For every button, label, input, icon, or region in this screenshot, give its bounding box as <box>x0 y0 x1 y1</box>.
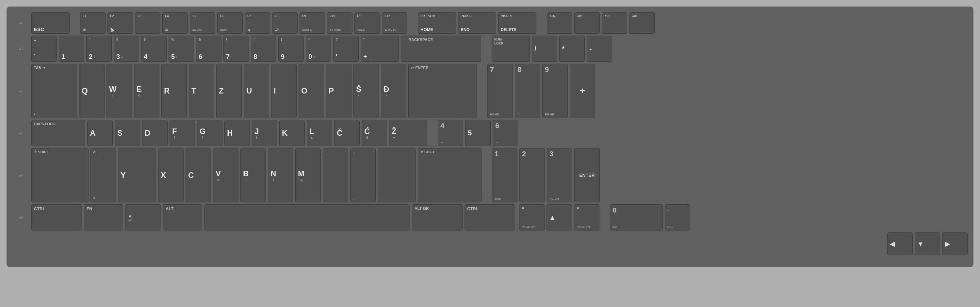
key-np-asterisk[interactable]: * <box>559 36 585 62</box>
key-w[interactable]: W | <box>107 64 132 118</box>
key-backspace[interactable]: ← BACKSPACE <box>401 36 481 62</box>
key-r[interactable]: R <box>161 64 187 118</box>
key-e[interactable]: E € <box>134 64 159 118</box>
key-f[interactable]: F [ <box>170 120 195 146</box>
key-arrow-left[interactable]: ◀ <box>887 232 913 255</box>
key-lt-gt[interactable]: < > <box>91 148 116 202</box>
key-question[interactable]: ? ' .. <box>333 36 359 62</box>
key-g[interactable]: G ] <box>197 120 223 146</box>
key-n[interactable]: N } <box>268 148 293 202</box>
key-np-backslash-d[interactable]: ∧\D <box>629 13 655 34</box>
key-home[interactable]: PRT SCN HOME <box>418 13 456 34</box>
key-2[interactable]: " 2 ° <box>86 36 112 62</box>
key-v[interactable]: V @ <box>213 148 239 202</box>
key-u[interactable]: U <box>244 64 269 118</box>
key-x[interactable]: X <box>158 148 184 202</box>
key-shift-right[interactable]: ⇧ SHIFT <box>418 148 482 202</box>
key-c[interactable]: C <box>186 148 211 202</box>
key-win[interactable]: ∧ △△ <box>125 204 161 230</box>
key-backtick[interactable]: .. ` ~ <box>31 36 57 62</box>
key-underscore[interactable]: _ - <box>378 148 416 202</box>
key-np-plus[interactable]: + <box>570 64 595 118</box>
key-m[interactable]: M § <box>295 148 321 202</box>
key-1[interactable]: ! 1 ~ <box>59 36 84 62</box>
key-arrow-up[interactable]: ▲ <box>547 204 572 230</box>
key-7[interactable]: / 7 ` <box>223 36 249 62</box>
key-delete[interactable]: INSERT DELETE <box>498 13 536 34</box>
key-ctrl-left[interactable]: CTRL <box>31 204 82 230</box>
key-esc[interactable]: ESC <box>31 13 70 34</box>
key-l[interactable]: L Ł <box>307 120 332 146</box>
key-np-backslash-c[interactable]: ∧\C <box>602 13 627 34</box>
key-space[interactable] <box>204 204 410 230</box>
key-f12[interactable]: F12 ALIEN FX <box>382 13 407 34</box>
key-d-stroke[interactable]: Đ × <box>381 64 406 118</box>
key-f4[interactable]: F4 ⏏ <box>162 13 188 34</box>
key-capslock[interactable]: CAPS LOCK <box>31 120 85 146</box>
key-f3[interactable]: F3 <box>135 13 161 34</box>
key-np-minus[interactable]: - <box>587 36 612 62</box>
key-np6[interactable]: 6 → <box>493 120 518 146</box>
key-np9[interactable]: 9 PG UP <box>542 64 568 118</box>
key-altgr[interactable]: ALT GR <box>412 204 463 230</box>
key-f9[interactable]: F9 HDMI IN <box>299 13 325 34</box>
key-f7[interactable]: F7 ◀ <box>245 13 270 34</box>
key-shift-left[interactable]: ⇧ SHIFT <box>31 148 89 202</box>
key-f2[interactable]: F2 📡 <box>108 13 133 34</box>
key-h[interactable]: H <box>224 120 250 146</box>
key-numlock[interactable]: NUMLOCK <box>492 36 530 62</box>
key-np-dot[interactable]: . DEL <box>665 204 690 230</box>
key-np2[interactable]: 2 ↓ <box>519 148 545 202</box>
key-z-caron[interactable]: Ž ¤ <box>389 120 427 146</box>
key-y[interactable]: Y <box>118 148 156 202</box>
key-enter[interactable]: ↵ ENTER <box>408 64 477 118</box>
key-semicolon[interactable]: ; , <box>323 148 348 202</box>
key-k[interactable]: K <box>279 120 305 146</box>
key-np1[interactable]: 1 END <box>492 148 517 202</box>
key-arrow-down[interactable]: ▼ <box>915 232 940 255</box>
key-f10[interactable]: F10 AV PERF <box>327 13 353 34</box>
key-f1[interactable]: F1 🖥 <box>80 13 105 34</box>
key-colon[interactable]: : . <box>350 148 375 202</box>
key-3[interactable]: # 3 ^ <box>114 36 139 62</box>
key-t[interactable]: T <box>189 64 214 118</box>
key-end[interactable]: PAUSE END <box>458 13 496 34</box>
key-d[interactable]: D <box>142 120 167 146</box>
key-0[interactable]: = 0 " <box>306 36 331 62</box>
key-np-backslash-b[interactable]: ∧\B <box>574 13 600 34</box>
key-tab[interactable]: TAB ⇥ \ <box>31 64 77 118</box>
key-np8[interactable]: 8 ↑ <box>515 64 540 118</box>
key-c-caron[interactable]: Č <box>334 120 360 146</box>
key-b[interactable]: B { <box>240 148 266 202</box>
key-9[interactable]: ) 9 ' <box>278 36 304 62</box>
key-np-enter[interactable]: ENTER <box>574 148 600 202</box>
key-q[interactable]: Q <box>79 64 105 118</box>
key-s-caron[interactable]: Š ÷ <box>353 64 379 118</box>
key-ctrl-right[interactable]: CTRL <box>465 204 515 230</box>
key-f6[interactable]: F6 MUTE <box>217 13 243 34</box>
key-np-slash[interactable]: / <box>532 36 557 62</box>
key-alt-left[interactable]: ALT <box>163 204 202 230</box>
key-i[interactable]: I <box>271 64 297 118</box>
key-4[interactable]: $ 4 " <box>141 36 167 62</box>
key-np5[interactable]: 5 <box>465 120 491 146</box>
key-c-acute[interactable]: Ć ß <box>362 120 387 146</box>
key-np7[interactable]: 7 HOME <box>487 64 513 118</box>
key-np-backslash-a[interactable]: ∧\A <box>547 13 572 34</box>
key-star[interactable]: * + , <box>361 36 399 62</box>
key-pagedown[interactable]: ⚙ PAGE DN <box>574 204 600 230</box>
key-a[interactable]: A <box>87 120 113 146</box>
key-f11[interactable]: F11 T-PAD <box>355 13 380 34</box>
key-fn[interactable]: FN <box>84 204 123 230</box>
key-pageup[interactable]: ⚙ PAGE UP <box>519 204 544 230</box>
key-p[interactable]: P <box>326 64 352 118</box>
key-arrow-right[interactable]: ▶ <box>942 232 967 255</box>
key-o[interactable]: O <box>299 64 324 118</box>
key-f5[interactable]: F5 I/O GFX <box>190 13 215 34</box>
key-np0[interactable]: 0 INS <box>610 204 663 230</box>
key-f8[interactable]: F8 🔊 <box>272 13 298 34</box>
key-5[interactable]: % 5 ° <box>169 36 194 62</box>
key-j[interactable]: J ł <box>252 120 277 146</box>
key-np3[interactable]: 3 PG DN <box>547 148 572 202</box>
key-np4[interactable]: 4 ← <box>438 120 463 146</box>
